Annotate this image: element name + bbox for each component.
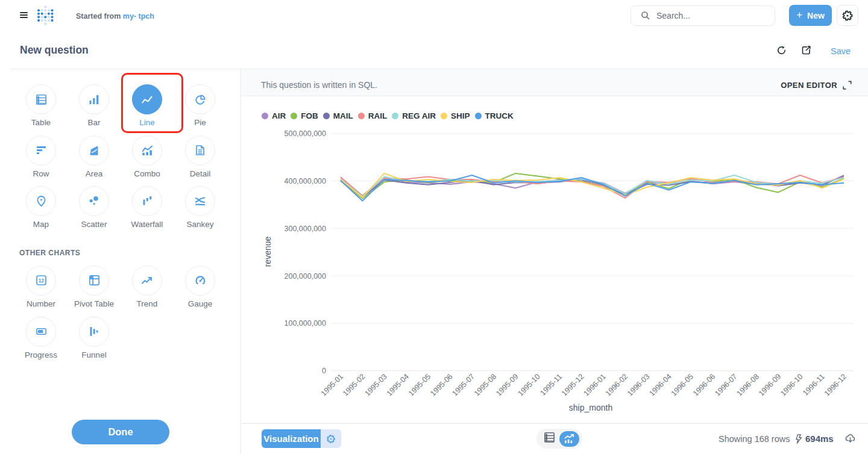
svg-text:1995-11: 1995-11 (538, 372, 564, 397)
svg-text:1996-03: 1996-03 (626, 372, 651, 397)
svg-text:1995-06: 1995-06 (429, 372, 454, 397)
svg-text:1996-06: 1996-06 (691, 372, 717, 397)
svg-text:1995-12: 1995-12 (560, 372, 585, 397)
svg-text:300,000,000: 300,000,000 (284, 225, 326, 233)
svg-text:500,000,000: 500,000,000 (284, 129, 326, 138)
svg-text:1996-12: 1996-12 (823, 372, 848, 397)
svg-text:1996-11: 1996-11 (801, 372, 826, 397)
svg-text:1995-05: 1995-05 (407, 372, 432, 397)
svg-text:1996-01: 1996-01 (582, 372, 607, 397)
svg-text:1995-08: 1995-08 (473, 372, 498, 397)
svg-text:1995-04: 1995-04 (385, 372, 410, 397)
svg-text:1995-02: 1995-02 (341, 372, 366, 397)
svg-text:1996-07: 1996-07 (713, 372, 738, 397)
svg-text:200,000,000: 200,000,000 (284, 272, 326, 281)
svg-text:1996-05: 1996-05 (670, 372, 695, 397)
svg-text:ship_month: ship_month (569, 403, 612, 412)
svg-text:1996-09: 1996-09 (757, 372, 782, 397)
svg-text:100,000,000: 100,000,000 (284, 319, 326, 328)
svg-text:1996-08: 1996-08 (735, 372, 761, 397)
svg-text:400,000,000: 400,000,000 (284, 177, 326, 185)
svg-text:0: 0 (322, 367, 326, 375)
svg-text:1996-04: 1996-04 (647, 372, 673, 397)
svg-text:1995-10: 1995-10 (516, 372, 541, 397)
svg-text:1996-10: 1996-10 (779, 372, 804, 397)
svg-text:12: 12 (38, 278, 44, 284)
svg-text:1995-09: 1995-09 (494, 372, 520, 397)
svg-text:1995-01: 1995-01 (319, 372, 345, 397)
svg-text:1995-07: 1995-07 (451, 372, 476, 397)
svg-text:1995-03: 1995-03 (363, 372, 388, 397)
svg-text:1996-02: 1996-02 (604, 372, 629, 397)
svg-text:revenue: revenue (263, 236, 272, 267)
